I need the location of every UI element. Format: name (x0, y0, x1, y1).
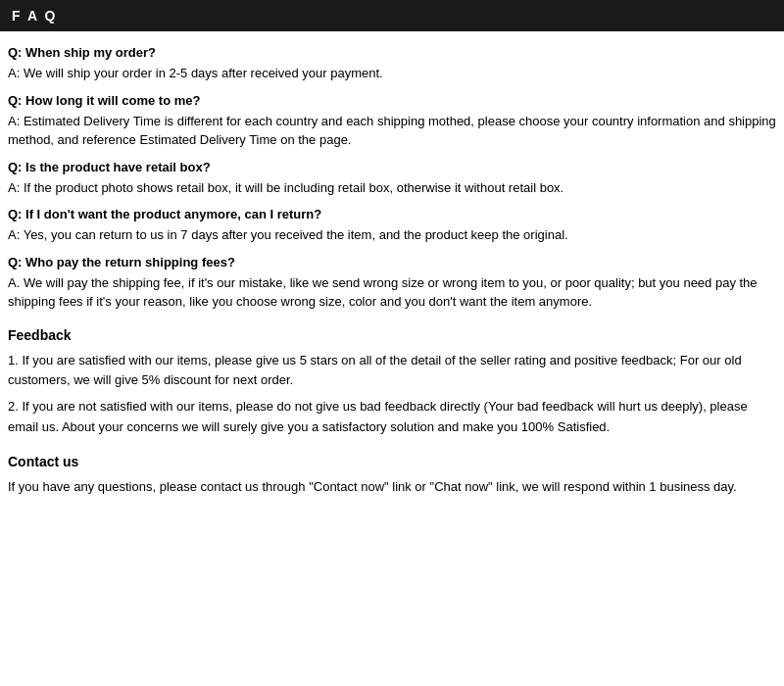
question-5: Q: Who pay the return shipping fees? (8, 255, 776, 270)
contact-title: Contact us (8, 454, 776, 469)
faq-title: F A Q (12, 8, 57, 24)
question-4: Q: If I don't want the product anymore, … (8, 207, 776, 221)
feedback-section: Feedback 1. If you are satisfied with ou… (8, 327, 776, 438)
faq-section: Q: When ship my order? A: We will ship y… (8, 45, 776, 312)
question-1: Q: When ship my order? (8, 45, 776, 60)
feedback-title: Feedback (8, 327, 776, 343)
faq-item-2: Q: How long it will come to me? A: Estim… (8, 93, 776, 150)
content-wrapper: Q: When ship my order? A: We will ship y… (0, 41, 784, 501)
answer-1: A: We will ship your order in 2-5 days a… (8, 64, 776, 83)
faq-item-3: Q: Is the product have retail box? A: If… (8, 160, 776, 198)
faq-item-4: Q: If I don't want the product anymore, … (8, 207, 776, 245)
feedback-content: 1. If you are satisfied with our items, … (8, 351, 776, 438)
answer-2: A: Estimated Delivery Time is different … (8, 112, 776, 150)
question-3: Q: Is the product have retail box? (8, 160, 776, 174)
feedback-item-2: 2. If you are not satisfied with our ite… (8, 397, 776, 438)
answer-4: A: Yes, you can return to us in 7 days a… (8, 225, 776, 245)
answer-5: A. We will pay the shipping fee, if it's… (8, 273, 776, 312)
answer-3: A: If the product photo shows retail box… (8, 178, 776, 198)
contact-content: If you have any questions, please contac… (8, 477, 776, 498)
question-2: Q: How long it will come to me? (8, 93, 776, 108)
faq-item-5: Q: Who pay the return shipping fees? A. … (8, 255, 776, 312)
faq-header-bar: F A Q (0, 0, 784, 31)
feedback-item-1: 1. If you are satisfied with our items, … (8, 351, 776, 392)
faq-item-1: Q: When ship my order? A: We will ship y… (8, 45, 776, 83)
contact-section: Contact us If you have any questions, pl… (8, 454, 776, 498)
